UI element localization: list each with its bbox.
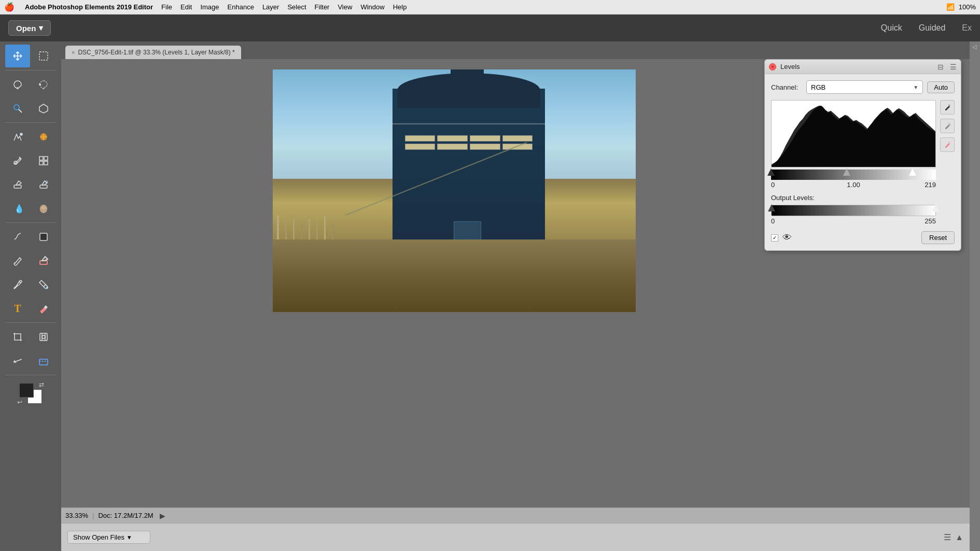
paint-bucket[interactable]	[31, 273, 56, 296]
blur-tool[interactable]: 💧	[5, 197, 30, 220]
output-slider-container[interactable]	[771, 205, 936, 216]
menu-help[interactable]: Help	[393, 3, 407, 11]
menu-image[interactable]: Image	[200, 3, 219, 11]
channel-row: Channel: RGB ▼ Auto	[771, 80, 955, 94]
preview-checkbox[interactable]: ✓	[771, 234, 778, 242]
svg-rect-24	[40, 333, 47, 341]
right-panel-tab[interactable]: ◁	[972, 44, 978, 50]
status-arrow-btn[interactable]: ▶	[160, 512, 165, 520]
pencil-btn[interactable]	[31, 297, 56, 320]
mode-quick[interactable]: Quick	[881, 23, 902, 33]
dodge-tool[interactable]	[31, 225, 56, 248]
move-tool[interactable]	[5, 45, 30, 67]
levels-close-btn[interactable]: ×	[769, 63, 776, 70]
menu-window[interactable]: Window	[360, 3, 384, 11]
canvas-image	[273, 69, 636, 312]
levels-titlebar: × Levels ⊟ ☰	[765, 60, 961, 74]
output-black-slider[interactable]	[768, 204, 775, 211]
tool-row-10	[2, 273, 59, 296]
color-swatches[interactable]: ⇄ ↩	[18, 382, 43, 405]
canvas-viewport[interactable]: × Levels ⊟ ☰ Channel: RGB	[61, 59, 970, 507]
sponge-tool[interactable]	[31, 197, 56, 220]
open-button[interactable]: Open ▾	[8, 20, 51, 36]
levels-panel-menu-icon[interactable]: ⊟	[937, 63, 944, 71]
white-eyedropper-btn[interactable]	[940, 137, 955, 152]
tab-close-btn[interactable]: ×	[72, 49, 75, 55]
tab-title: DSC_9756-Edit-1.tif @ 33.3% (Levels 1, L…	[78, 49, 234, 56]
apple-menu[interactable]: 🍎	[4, 2, 15, 12]
crop-tool[interactable]	[5, 326, 30, 348]
marquee-tool[interactable]	[31, 45, 56, 67]
levels-bottom-row: ✓ 👁 Reset	[771, 231, 955, 244]
battery-label: 100%	[959, 3, 976, 11]
clone-stamp[interactable]	[5, 149, 30, 172]
smart-brush[interactable]	[5, 97, 30, 120]
svg-rect-21	[40, 261, 47, 264]
zoom-level: 33.33%	[65, 512, 88, 519]
auto-button[interactable]: Auto	[927, 81, 955, 93]
levels-expand-icon[interactable]: ☰	[950, 63, 957, 71]
mid-input-value: 1.00	[841, 181, 866, 189]
svg-point-25	[42, 335, 45, 338]
straighten-tool[interactable]	[5, 349, 30, 372]
recompose-tool[interactable]	[31, 326, 56, 348]
magnetic-lasso[interactable]	[31, 73, 56, 96]
svg-text:💧: 💧	[14, 204, 23, 214]
svg-rect-20	[40, 233, 47, 241]
expand-icon[interactable]: ▲	[955, 533, 963, 542]
input-sliders[interactable]	[771, 169, 936, 180]
black-input-value: 0	[771, 181, 797, 189]
reset-button[interactable]: Reset	[921, 231, 955, 244]
black-point-slider[interactable]	[767, 168, 775, 176]
mode-guided[interactable]: Guided	[919, 23, 946, 33]
smudge-tool[interactable]	[5, 225, 30, 248]
bg-eraser[interactable]	[31, 173, 56, 196]
gray-eyedropper-btn[interactable]	[940, 119, 955, 133]
tool-row-1	[2, 45, 59, 67]
histogram-area: 0 1.00 219 Output Levels:	[771, 100, 936, 231]
black-eyedropper-btn[interactable]	[940, 100, 955, 115]
body-area: 💧	[0, 41, 980, 551]
output-white-slider[interactable]	[932, 204, 939, 211]
mode-expert[interactable]: Ex	[962, 23, 972, 33]
menu-view[interactable]: View	[338, 3, 352, 11]
menu-enhance[interactable]: Enhance	[228, 3, 254, 11]
detail-smart-brush[interactable]	[31, 97, 56, 120]
brush-tool[interactable]	[5, 249, 30, 272]
status-divider: |	[92, 512, 94, 519]
tool-row-12	[2, 326, 59, 348]
svg-marker-4	[39, 104, 48, 113]
swap-colors-icon[interactable]: ⇄	[39, 381, 44, 388]
eye-preview-icon[interactable]: 👁	[782, 232, 792, 243]
foreground-color[interactable]	[19, 383, 34, 398]
document-tab[interactable]: × DSC_9756-Edit-1.tif @ 33.3% (Levels 1,…	[65, 46, 241, 59]
white-point-slider[interactable]	[909, 168, 916, 176]
menu-file[interactable]: File	[161, 3, 172, 11]
show-open-files-button[interactable]: Show Open Files ▾	[67, 531, 150, 544]
midpoint-slider[interactable]	[843, 168, 850, 176]
channel-select-wrapper: RGB ▼	[806, 80, 923, 94]
svg-line-30	[345, 142, 527, 215]
spot-healing[interactable]	[31, 125, 56, 148]
menu-select[interactable]: Select	[287, 3, 306, 11]
pattern-stamp[interactable]	[31, 149, 56, 172]
pencil-eraser[interactable]	[5, 173, 30, 196]
channel-value: RGB	[811, 83, 913, 91]
left-toolbar: 💧	[0, 41, 61, 551]
lasso-tool[interactable]	[5, 73, 30, 96]
quick-selection[interactable]	[5, 125, 30, 148]
menu-filter[interactable]: Filter	[315, 3, 330, 11]
open-dropdown-arrow[interactable]: ▾	[39, 23, 43, 33]
eraser-b[interactable]	[31, 249, 56, 272]
menu-bar: 🍎 Adobe Photoshop Elements 2019 Editor F…	[0, 0, 980, 15]
text-tool[interactable]: T	[5, 297, 30, 320]
menu-edit[interactable]: Edit	[180, 3, 192, 11]
menu-layer[interactable]: Layer	[262, 3, 279, 11]
list-view-icon[interactable]: ☰	[944, 532, 951, 542]
reset-colors-icon[interactable]: ↩	[17, 399, 22, 406]
sampler-tool[interactable]	[5, 273, 30, 296]
right-panel: ◁	[970, 41, 980, 551]
channel-select[interactable]: RGB ▼	[806, 80, 923, 94]
wire-svg	[345, 118, 527, 239]
custom-shape[interactable]	[31, 349, 56, 372]
